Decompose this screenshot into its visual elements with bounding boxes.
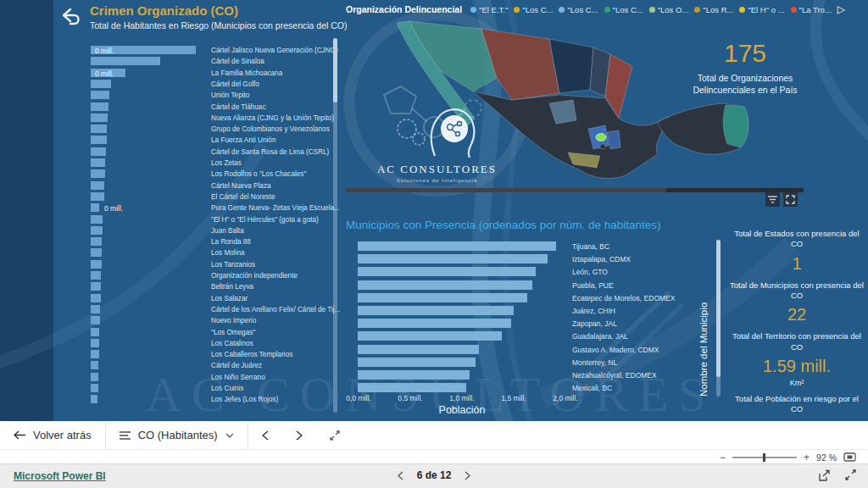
org-bar[interactable] bbox=[91, 271, 101, 280]
org-bar[interactable] bbox=[91, 125, 107, 133]
org-bar-row[interactable]: 0 mill.La Familia Michoacana bbox=[91, 68, 338, 79]
prev-page-button[interactable] bbox=[248, 421, 282, 449]
org-bar-row[interactable]: Cártel de los Arellano Felix/ Cártel de … bbox=[91, 304, 338, 315]
org-chart-scrollbar-thumb[interactable] bbox=[333, 38, 337, 103]
org-bar-row[interactable]: Grupo de Colombianos y Venezolanos bbox=[91, 124, 338, 135]
org-bar-row[interactable]: Cártel de Juárez bbox=[91, 360, 338, 371]
org-bar-row[interactable]: Cártel de Santa Rosa de Lima (CSRL) bbox=[91, 147, 338, 158]
org-bar[interactable] bbox=[91, 114, 108, 122]
muni-bar-row[interactable]: Gustavo A. Madero, CDMX bbox=[358, 344, 722, 357]
map-horizontal-scrollbar[interactable] bbox=[346, 188, 804, 192]
fit-to-page-icon[interactable] bbox=[843, 452, 856, 462]
muni-chart-scrollbar[interactable] bbox=[716, 240, 721, 396]
org-bar-row[interactable]: Cártel Nueva Plaza bbox=[91, 180, 338, 191]
muni-bar-row[interactable]: León, GTO bbox=[358, 266, 722, 279]
org-bar[interactable] bbox=[91, 158, 105, 167]
org-bar[interactable] bbox=[91, 316, 100, 324]
muni-bar-row[interactable]: Juárez, CHIH bbox=[358, 305, 722, 318]
org-bar[interactable] bbox=[91, 282, 101, 291]
expand-toolbar-icon[interactable] bbox=[316, 421, 353, 449]
org-bar[interactable] bbox=[91, 328, 99, 336]
org-bar-row[interactable]: Los Zetas bbox=[91, 158, 338, 169]
back-button[interactable]: Volver atrás bbox=[0, 421, 105, 449]
muni-chart-scrollbar-thumb[interactable] bbox=[716, 240, 721, 377]
share-icon[interactable] bbox=[818, 469, 831, 482]
org-bar[interactable] bbox=[91, 226, 103, 235]
muni-bar-row[interactable]: Monterrey, NL bbox=[358, 357, 722, 369]
org-bar[interactable] bbox=[91, 384, 98, 392]
legend-item[interactable]: "El H" o ... bbox=[739, 5, 784, 14]
org-bar[interactable] bbox=[91, 305, 100, 313]
org-bar-row[interactable]: Cártel del Golfo bbox=[91, 79, 338, 90]
next-page-button[interactable] bbox=[282, 421, 316, 449]
org-bar[interactable] bbox=[91, 80, 111, 88]
muni-bar-row[interactable]: Guadalajara, JAL bbox=[358, 330, 722, 343]
org-bar[interactable] bbox=[91, 237, 102, 246]
muni-bar-row[interactable]: Zapopan, JAL bbox=[358, 318, 722, 330]
zoom-in-button[interactable]: + bbox=[804, 452, 810, 463]
org-bar[interactable] bbox=[91, 57, 160, 65]
org-bar-row[interactable]: Cártel de Sinaloa bbox=[91, 56, 338, 67]
muni-bar-row[interactable]: Nezahualcóyotl, EDOMEX bbox=[358, 369, 722, 382]
org-bar-row[interactable]: Unión Tepito bbox=[91, 90, 338, 101]
legend-item[interactable]: "Los R... bbox=[694, 5, 733, 14]
org-bar[interactable] bbox=[91, 91, 109, 99]
filter-icon[interactable] bbox=[765, 192, 780, 207]
zoom-out-button[interactable]: − bbox=[720, 452, 726, 463]
org-bar-row[interactable]: Los Tanzanios bbox=[91, 259, 338, 270]
org-bar-row[interactable]: 0 mill.Cártel Jalisco Nueva Generación (… bbox=[91, 45, 338, 56]
org-chart-scrollbar[interactable] bbox=[333, 38, 337, 413]
org-bar[interactable] bbox=[91, 294, 101, 302]
org-bar[interactable] bbox=[91, 248, 102, 257]
muni-bar[interactable] bbox=[358, 267, 536, 276]
muni-bar[interactable] bbox=[358, 319, 511, 328]
next-page-footer-icon[interactable] bbox=[465, 471, 470, 480]
org-bar-row[interactable]: La Ronda 88 bbox=[91, 236, 338, 247]
legend-item[interactable]: "Los C... bbox=[604, 5, 643, 14]
org-bar-row[interactable]: "El H" o "El Hércules" (gota a gota) bbox=[91, 214, 338, 225]
org-bar-row[interactable]: El Cártel del Noreste bbox=[91, 191, 338, 202]
muni-bar-row[interactable]: Ecatepec de Morelos, EDOMEX bbox=[358, 292, 722, 305]
org-bar[interactable] bbox=[91, 361, 98, 369]
org-bar[interactable] bbox=[91, 350, 99, 358]
muni-bar[interactable] bbox=[358, 241, 556, 251]
muni-bar[interactable] bbox=[358, 280, 532, 290]
org-bar-row[interactable]: 0 mill.Pura Gente Nueva- Zetas Vieja Esc… bbox=[91, 202, 338, 214]
muni-bar-row[interactable]: Mexicali, BC bbox=[358, 382, 722, 395]
org-bar[interactable] bbox=[91, 181, 104, 190]
org-bar-row[interactable]: Los Cuinis bbox=[91, 383, 338, 394]
muni-bar[interactable] bbox=[358, 254, 548, 263]
muni-bar-row[interactable]: Tijuana, BC bbox=[358, 241, 722, 253]
muni-bar[interactable] bbox=[358, 358, 476, 367]
org-bar-row[interactable]: Cártel de Tláhuac bbox=[91, 102, 338, 113]
org-bar[interactable] bbox=[91, 373, 98, 381]
org-bar-row[interactable]: Juan Balta bbox=[91, 225, 338, 236]
org-bar-row[interactable]: Organización independiente bbox=[91, 270, 338, 281]
org-bar-row[interactable]: Nueva Alianza (CJNG y la Unión Tepito) bbox=[91, 113, 338, 124]
org-bar-row[interactable]: Los Caballeros Templarios bbox=[91, 349, 338, 360]
legend-item[interactable]: "La Tro... bbox=[791, 5, 832, 14]
org-bar[interactable] bbox=[91, 215, 103, 224]
org-bar-row[interactable]: Los Molina bbox=[91, 247, 338, 258]
prev-page-footer-icon[interactable] bbox=[398, 471, 403, 480]
org-bar-row[interactable]: Los Catalinos bbox=[91, 338, 338, 349]
org-bar[interactable] bbox=[91, 103, 108, 111]
zoom-slider-thumb[interactable] bbox=[763, 453, 765, 462]
org-bar-row[interactable]: Los Salazar bbox=[91, 293, 338, 304]
legend-item[interactable]: "Los C... bbox=[559, 5, 598, 14]
page-selector-button[interactable]: CO (Habitantes) bbox=[106, 421, 248, 449]
muni-bar[interactable] bbox=[358, 345, 479, 354]
org-bar[interactable] bbox=[91, 260, 102, 269]
fullscreen-icon[interactable] bbox=[845, 469, 856, 480]
muni-bar[interactable] bbox=[358, 331, 502, 341]
org-bar-row[interactable]: La Fuerza Anti Unión bbox=[91, 135, 338, 146]
org-bar[interactable] bbox=[91, 169, 105, 178]
muni-bar[interactable] bbox=[358, 383, 466, 392]
org-bar[interactable] bbox=[91, 147, 106, 156]
muni-bar[interactable] bbox=[358, 306, 514, 315]
back-arrow-icon[interactable] bbox=[59, 6, 81, 26]
legend-next-icon[interactable]: ▷ bbox=[837, 3, 845, 15]
org-bar[interactable] bbox=[91, 203, 99, 212]
org-bar[interactable] bbox=[91, 395, 97, 403]
org-bar[interactable] bbox=[91, 339, 99, 347]
